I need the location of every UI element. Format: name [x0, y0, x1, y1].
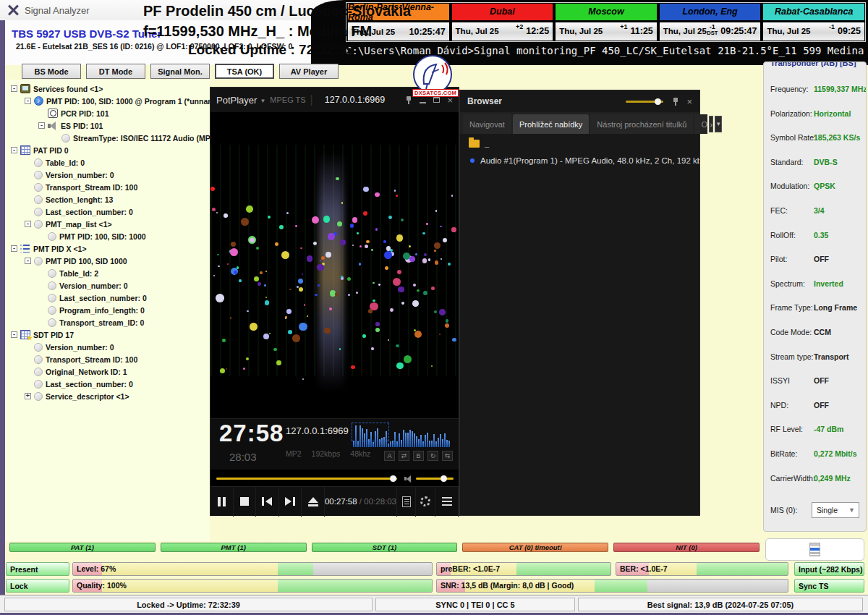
green-segment: [516, 563, 610, 575]
collapse-icon[interactable]: -: [25, 258, 31, 264]
tree-item[interactable]: Last_section_number: 0: [5, 378, 210, 390]
leaf-icon: [34, 355, 43, 364]
minimize-icon[interactable]: [420, 102, 426, 103]
settings-button[interactable]: [416, 487, 435, 517]
close-icon[interactable]: ×: [686, 97, 692, 106]
browser-tab-navigovat[interactable]: Navigovat: [463, 114, 511, 134]
tree-item[interactable]: Last_section_number: 0: [5, 292, 210, 304]
tree-item-label: Version_number: 0: [46, 343, 114, 352]
visualization-dot: [393, 278, 401, 286]
seek-thumb[interactable]: [390, 475, 396, 482]
device-stack-icon: [809, 543, 820, 556]
visualization-dot: [315, 294, 317, 296]
volume-icon[interactable]: [404, 475, 413, 483]
mis-value: Single: [817, 506, 838, 514]
tab-scroll-right-icon[interactable]: ›: [709, 116, 713, 132]
collapse-icon[interactable]: -: [11, 245, 17, 252]
slider-thumb[interactable]: [655, 98, 661, 105]
tree-item[interactable]: -PMT PID X <1>: [5, 242, 210, 255]
mode-tab-bs-mode[interactable]: BS Mode: [22, 64, 81, 79]
previous-button[interactable]: [256, 487, 279, 517]
mis-select[interactable]: Single ▼: [812, 502, 859, 518]
tree-item[interactable]: Last_section_number: 0: [5, 205, 210, 218]
tree-item[interactable]: Table_Id: 2: [5, 267, 210, 279]
visualization-dot: [359, 263, 361, 265]
tree-item[interactable]: +Service_descriptor <1>: [5, 390, 210, 402]
volume-thumb[interactable]: [441, 475, 447, 482]
tree-item[interactable]: Program_info_length: 0: [5, 304, 210, 316]
stop-icon: [240, 497, 249, 506]
tree-item-label: Last_section_number: 0: [59, 294, 147, 302]
expand-icon[interactable]: +: [25, 393, 31, 399]
folder-row[interactable]: _: [460, 134, 699, 153]
leaf-icon: [48, 294, 56, 302]
tree-item[interactable]: Transport_Stream ID: 100: [5, 353, 210, 365]
seek-bar[interactable]: [216, 478, 397, 480]
browser-titlebar[interactable]: Browser ×: [460, 90, 699, 112]
parameter-label: Standard:: [770, 158, 804, 166]
spectrum-bar: [420, 435, 422, 447]
browser-opacity-slider[interactable]: [626, 101, 663, 103]
mode-tab-av-player[interactable]: AV Player: [279, 64, 339, 79]
eject-icon: [308, 497, 318, 506]
ab-swap-icon[interactable]: ⇄: [399, 451, 409, 461]
tree-item[interactable]: -Services found <1>: [5, 82, 210, 95]
eject-button[interactable]: [302, 487, 325, 517]
tree-item[interactable]: Version_number: 0: [5, 169, 210, 181]
collapse-icon[interactable]: -: [25, 221, 31, 227]
mode-tab-dt-mode[interactable]: DT Mode: [86, 64, 145, 79]
tree-item[interactable]: Transport_Stream ID: 100: [5, 181, 210, 193]
ab-repeat-b-button[interactable]: B: [413, 451, 424, 461]
tree-item[interactable]: -ES PID: 101: [5, 119, 210, 132]
tree-item[interactable]: -PMT PID 100, SID 1000: [5, 255, 210, 267]
shuffle-icon[interactable]: ⇆: [442, 451, 453, 461]
device-box[interactable]: [765, 538, 864, 561]
tree-item[interactable]: -SDT PID 17: [5, 328, 210, 341]
tree-item[interactable]: Table_Id: 0: [5, 156, 210, 169]
browser-tab-n-stroj-proch-zen-titulk-[interactable]: Nástroj procházení titulků: [590, 114, 693, 134]
playlist-button[interactable]: [396, 487, 416, 517]
seek-volume-row: [210, 470, 459, 486]
tree-item[interactable]: -PAT PID 0: [5, 144, 210, 156]
visualization-dot: [212, 208, 216, 211]
tree-item[interactable]: Original_Network ID: 1: [5, 365, 210, 378]
ab-repeat-a-button[interactable]: A: [384, 451, 395, 461]
collapse-icon[interactable]: -: [11, 147, 17, 153]
pause-button[interactable]: [210, 487, 234, 517]
tree-item[interactable]: Version_number: 0: [5, 341, 210, 353]
stop-button[interactable]: [234, 487, 257, 517]
tree-item[interactable]: StreamType: ISO/IEC 11172 Audio (MPEG-1)…: [5, 132, 210, 144]
tree-item[interactable]: Transport_stream_ID: 0: [5, 316, 210, 328]
browser-tab-prohl-e-nab-dky[interactable]: Prohlížeč nabídky: [513, 114, 589, 134]
potplayer-menu[interactable]: PotPlayer: [216, 95, 257, 106]
next-button[interactable]: [279, 487, 302, 517]
collapse-icon[interactable]: -: [38, 122, 45, 129]
collapse-icon[interactable]: -: [11, 85, 17, 92]
folder-up-item[interactable]: _: [485, 139, 489, 148]
tree-item[interactable]: -PMT PID: 100, SID: 1000 @ Program 1 (*u…: [5, 95, 210, 107]
visualization-dot: [329, 308, 332, 310]
volume-slider[interactable]: [416, 478, 454, 480]
clock-time-row: Thu, Jul 25+212:25: [451, 22, 554, 41]
video-visualization[interactable]: [210, 112, 459, 418]
audio-track-item[interactable]: Audio #1(Program 1) - MPEG Audio, 48.0 k…: [460, 153, 699, 169]
browser-window: Browser × NavigovatProhlížeč nabídkyNást…: [459, 90, 700, 516]
tree-item[interactable]: Version_number: 0: [5, 279, 210, 292]
menu-button[interactable]: [435, 487, 459, 517]
tree-item[interactable]: PCR PID: 101: [5, 107, 210, 119]
tree-item[interactable]: Section_lenght: 13: [5, 193, 210, 205]
mode-tab-tsa-ok-[interactable]: TSA (OK): [215, 64, 274, 79]
collapse-icon[interactable]: -: [25, 98, 31, 104]
browser-tab-online-s[interactable]: Online S: [694, 114, 707, 134]
parameter-value: Long Frame: [814, 303, 857, 312]
tree-item[interactable]: PMT PID: 100, SID: 1000: [5, 230, 210, 242]
maximize-icon[interactable]: [433, 97, 440, 103]
visualization-dot: [295, 225, 297, 227]
collapse-icon[interactable]: -: [11, 331, 17, 338]
mode-tab-signal-mon-[interactable]: Signal Mon.: [150, 64, 210, 79]
browser-title: Browser: [467, 96, 502, 106]
tab-list-dropdown-icon[interactable]: ▼: [715, 116, 722, 132]
repeat-icon[interactable]: ↻: [427, 451, 438, 461]
pin-icon[interactable]: [672, 97, 679, 106]
tree-item[interactable]: -PMT_map_list <1>: [5, 218, 210, 230]
